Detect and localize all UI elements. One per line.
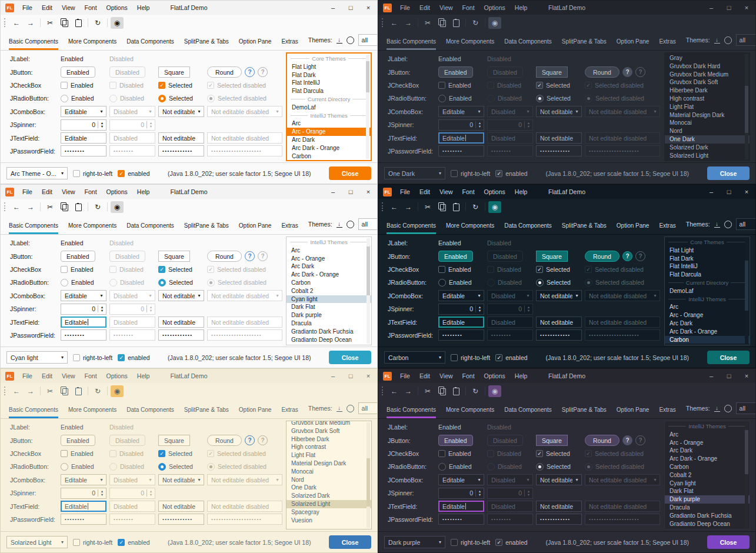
- theme-list-item[interactable]: Flat IntelliJ: [287, 79, 371, 87]
- theme-list-item[interactable]: One Dark: [665, 135, 750, 144]
- theme-list-item[interactable]: Arc: [665, 303, 750, 311]
- paste-icon[interactable]: [449, 385, 462, 397]
- menu-edit[interactable]: Edit: [37, 4, 57, 11]
- window-close-button[interactable]: ×: [359, 369, 377, 383]
- copy-icon[interactable]: [58, 17, 71, 29]
- forward-icon[interactable]: →: [24, 17, 37, 29]
- theme-list-item[interactable]: Gruvbox Dark Soft: [287, 427, 371, 435]
- tab-extras[interactable]: Extras: [659, 35, 675, 50]
- tab-option-pane[interactable]: Option Pane: [239, 403, 272, 418]
- menu-options[interactable]: Options: [479, 4, 510, 11]
- jspinner-enabled[interactable]: 0▲▼: [61, 488, 106, 499]
- close-button[interactable]: Close: [707, 535, 750, 549]
- menu-font[interactable]: Font: [80, 372, 102, 379]
- menu-file[interactable]: File: [395, 4, 415, 11]
- jcombobox-editable-combobox[interactable]: Editable▾: [61, 290, 106, 301]
- jbutton-round-button[interactable]: Round: [585, 251, 620, 262]
- maximize-button[interactable]: □: [342, 369, 359, 383]
- jradiobutton-selected-radio[interactable]: Selected: [158, 95, 193, 102]
- jcheckbox-enabled-checkbox[interactable]: Enabled: [438, 266, 471, 273]
- theme-list-item[interactable]: DemoLaf: [665, 287, 750, 295]
- menu-options[interactable]: Options: [102, 188, 132, 195]
- maximize-button[interactable]: □: [720, 369, 738, 383]
- tab-more-components[interactable]: More Components: [68, 219, 116, 234]
- theme-list-item[interactable]: Arc Dark - Orange: [287, 271, 371, 279]
- theme-list-item[interactable]: Flat Dark: [287, 71, 371, 79]
- theme-list-item[interactable]: Gradianto Dark Fuchsia: [665, 512, 750, 520]
- jbutton-round-button[interactable]: Round: [585, 66, 620, 78]
- menu-font[interactable]: Font: [80, 4, 102, 11]
- theme-list-item[interactable]: Arc - Orange: [287, 128, 371, 136]
- back-icon[interactable]: ←: [10, 385, 23, 397]
- tab-basic-components[interactable]: Basic Components: [9, 219, 58, 234]
- jspinner-enabled[interactable]: 0▲▼: [438, 488, 484, 499]
- tab-data-components[interactable]: Data Components: [504, 35, 552, 50]
- menu-edit[interactable]: Edit: [415, 188, 435, 195]
- cut-icon[interactable]: ✂: [421, 201, 434, 213]
- theme-list-item[interactable]: Gruvbox Dark Soft: [665, 78, 750, 86]
- jbutton-enabled-button[interactable]: Enabled: [438, 66, 473, 78]
- tab-more-components[interactable]: More Components: [446, 35, 494, 50]
- close-button[interactable]: Close: [707, 351, 750, 364]
- theme-list-item[interactable]: Material Design Dark: [287, 459, 371, 468]
- jcombobox-not-editable-combobox[interactable]: Not editable▾: [536, 106, 582, 117]
- theme-combo[interactable]: One Dark▾: [384, 167, 445, 179]
- toolbar-grip-icon[interactable]: [4, 202, 6, 211]
- jcheckbox-selected-checkbox[interactable]: ✓Selected: [158, 82, 192, 89]
- jbutton-round-button[interactable]: Round: [207, 435, 242, 446]
- jcombobox-not-editable-combobox[interactable]: Not editable▾: [158, 106, 204, 117]
- jbutton-enabled-button[interactable]: Enabled: [61, 251, 95, 262]
- enabled-checkbox[interactable]: ✓enabled: [495, 539, 527, 546]
- cut-icon[interactable]: ✂: [44, 385, 56, 397]
- eye-icon[interactable]: ◉: [111, 385, 124, 397]
- theme-list-item[interactable]: Dark purple: [287, 311, 371, 319]
- theme-list-item[interactable]: Flat Darcula: [665, 271, 750, 279]
- tab-more-components[interactable]: More Components: [68, 403, 116, 418]
- theme-list-item[interactable]: Light Flat: [665, 103, 750, 111]
- copy-icon[interactable]: [435, 201, 448, 213]
- theme-list-item[interactable]: Gruvbox Dark Medium: [665, 71, 750, 79]
- forward-icon[interactable]: →: [402, 201, 415, 213]
- eye-icon[interactable]: ◉: [111, 201, 124, 213]
- theme-list-item[interactable]: Carbon: [665, 336, 750, 344]
- jcheckbox-selected-checkbox[interactable]: ✓Selected: [536, 266, 570, 273]
- theme-list-item[interactable]: Flat Light: [287, 63, 371, 71]
- back-icon[interactable]: ←: [10, 17, 23, 29]
- window-close-button[interactable]: ×: [738, 185, 755, 199]
- jcheckbox-enabled-checkbox[interactable]: Enabled: [61, 266, 94, 273]
- close-button[interactable]: Close: [707, 166, 750, 180]
- theme-list-item[interactable]: Flat Darcula: [287, 87, 371, 95]
- menu-view[interactable]: View: [435, 4, 458, 11]
- jspinner-enabled[interactable]: 0▲▼: [61, 304, 106, 315]
- cut-icon[interactable]: ✂: [421, 385, 434, 397]
- menu-help[interactable]: Help: [132, 372, 155, 379]
- theme-list-item[interactable]: Nord: [287, 476, 371, 484]
- right-to-left-checkbox[interactable]: right-to-left: [73, 354, 112, 361]
- theme-list-item[interactable]: Flat Dark: [665, 255, 750, 263]
- jbutton-enabled-button[interactable]: Enabled: [61, 435, 95, 446]
- theme-list-item[interactable]: Arc - Orange: [665, 439, 750, 447]
- cut-icon[interactable]: ✂: [44, 17, 56, 29]
- jcombobox-not-editable-combobox[interactable]: Not editable▾: [536, 474, 582, 485]
- theme-list-item[interactable]: Dark purple: [665, 495, 750, 504]
- jpasswordfield-cell0-field[interactable]: ••••••••: [438, 145, 484, 156]
- enabled-checkbox[interactable]: ✓enabled: [118, 354, 149, 361]
- menu-edit[interactable]: Edit: [37, 372, 57, 379]
- eye-icon[interactable]: ◉: [488, 201, 501, 213]
- maximize-button[interactable]: □: [342, 185, 359, 199]
- tab-splitpane-tabs[interactable]: SplitPane & Tabs: [184, 403, 229, 418]
- tab-option-pane[interactable]: Option Pane: [239, 219, 272, 234]
- jtextfield-not-editable-field[interactable]: Not editable: [536, 132, 582, 144]
- scrollbar-thumb[interactable]: [367, 246, 370, 295]
- enabled-checkbox[interactable]: ✓enabled: [118, 539, 149, 546]
- jcombobox-not-editable-combobox[interactable]: Not editable▾: [536, 290, 582, 301]
- jradiobutton-enabled-radio[interactable]: Enabled: [61, 463, 94, 471]
- jradiobutton-selected-radio[interactable]: Selected: [158, 463, 193, 471]
- theme-list-item[interactable]: Cyan light: [287, 295, 371, 304]
- theme-list-item[interactable]: Light Flat: [287, 451, 371, 459]
- jbutton-square-button[interactable]: Square: [536, 251, 568, 262]
- github-icon[interactable]: [347, 221, 354, 228]
- jradiobutton-selected-radio[interactable]: Selected: [536, 279, 571, 287]
- menu-file[interactable]: File: [395, 372, 415, 379]
- back-icon[interactable]: ←: [388, 201, 401, 213]
